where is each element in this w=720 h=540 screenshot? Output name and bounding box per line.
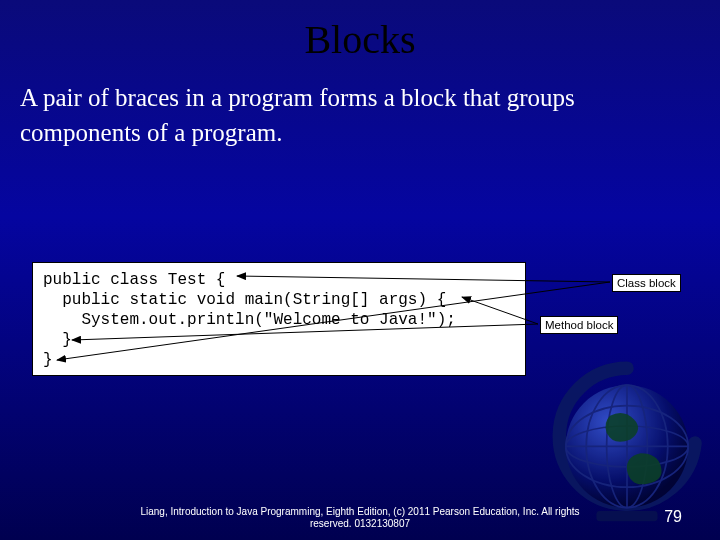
label-class-block: Class block: [612, 274, 681, 292]
globe-icon: [542, 358, 712, 528]
footer-text: Liang, Introduction to Java Programming,…: [0, 506, 720, 530]
code-line: public static void main(String[] args) {: [43, 291, 446, 309]
slide-title: Blocks: [0, 0, 720, 73]
code-line: }: [43, 351, 53, 369]
code-line: }: [43, 331, 72, 349]
code-block: public class Test { public static void m…: [32, 262, 526, 376]
slide-body-text: A pair of braces in a program forms a bl…: [0, 73, 720, 150]
code-line: public class Test {: [43, 271, 225, 289]
code-line: System.out.println("Welcome to Java!");: [43, 311, 456, 329]
label-method-block: Method block: [540, 316, 618, 334]
page-number: 79: [664, 508, 682, 526]
